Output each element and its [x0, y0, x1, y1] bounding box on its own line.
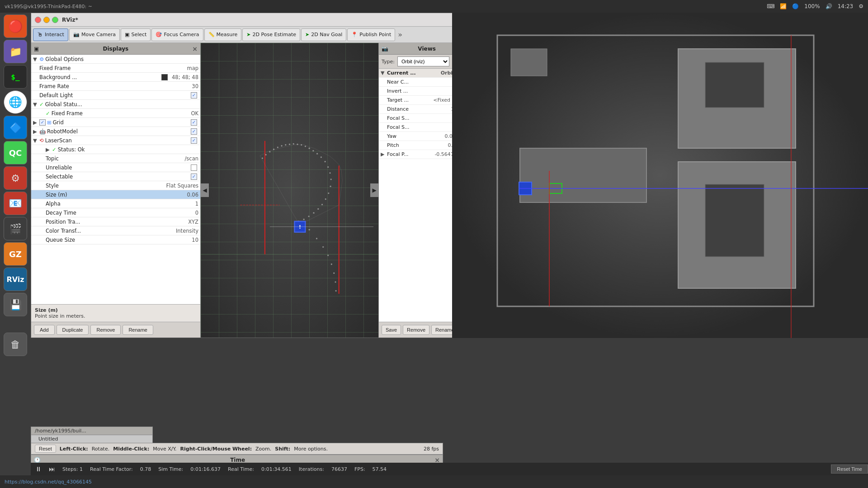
- step-button[interactable]: ⏭: [49, 465, 55, 473]
- settings-icon[interactable]: ⚙: [4, 166, 27, 190]
- steps-label: Steps: 1: [62, 466, 83, 472]
- measure-button[interactable]: 📏 Measure: [204, 28, 242, 41]
- remove-button[interactable]: Remove: [90, 325, 121, 335]
- displays-header: ▣ Displays ×: [31, 43, 200, 55]
- bottom-bar: https://blog.csdn.net/qq_43066145: [0, 475, 868, 488]
- select-button[interactable]: ▣ Select: [121, 28, 151, 41]
- global-options-row[interactable]: ▼ ⚙ Global Options: [31, 55, 200, 64]
- add-button[interactable]: Add: [34, 325, 55, 335]
- default-light-checkbox[interactable]: ✓: [191, 92, 197, 99]
- topic-label: Topic: [46, 155, 182, 162]
- shift-label: Shift:: [275, 446, 290, 452]
- topic-row[interactable]: Topic /scan: [31, 154, 200, 163]
- views-remove-button[interactable]: Remove: [403, 325, 429, 335]
- viewport-arrow-left[interactable]: ◀: [201, 183, 209, 197]
- grid-row[interactable]: ▶ ✓ ⊞ Grid ✓: [31, 118, 200, 127]
- focus-camera-button[interactable]: 🎯 Focus Camera: [151, 28, 203, 41]
- decay-time-row[interactable]: Decay Time 0: [31, 208, 200, 217]
- selectable-row[interactable]: Selectable ✓: [31, 172, 200, 181]
- pause-button[interactable]: ⏸: [35, 465, 42, 473]
- close-button[interactable]: [35, 17, 41, 23]
- storage-icon[interactable]: 💾: [4, 293, 27, 316]
- ubuntu-icon[interactable]: 🔴: [4, 14, 27, 38]
- alpha-row[interactable]: Alpha 1: [31, 199, 200, 208]
- status-fixed-frame-row[interactable]: ✓ Fixed Frame OK: [31, 109, 200, 118]
- file-item-untitled[interactable]: Untitled: [31, 435, 152, 443]
- robot-model-arrow[interactable]: ▶: [33, 128, 39, 135]
- topic-value: /scan: [182, 155, 198, 162]
- focal-p-arrow[interactable]: ▶: [381, 151, 387, 157]
- unreliable-row[interactable]: Unreliable: [31, 163, 200, 172]
- displays-tree[interactable]: ▼ ⚙ Global Options Fixed Frame map Backg…: [31, 55, 200, 304]
- video-icon[interactable]: 🎬: [4, 217, 27, 240]
- fixed-frame-row[interactable]: Fixed Frame map: [31, 64, 200, 73]
- grid-arrow[interactable]: ▶: [33, 119, 39, 126]
- grid-checkbox[interactable]: ✓: [39, 119, 46, 126]
- center-viewport[interactable]: ! ◀ ▶: [201, 43, 378, 338]
- trash-icon[interactable]: 🗑: [4, 333, 27, 356]
- selectable-checkbox[interactable]: ✓: [191, 174, 197, 180]
- reset-button[interactable]: Reset: [35, 445, 56, 453]
- right-3d-canvas[interactable]: [452, 13, 868, 338]
- type-select[interactable]: Orbit (rviz): [397, 56, 449, 66]
- move-camera-icon: 📷: [73, 32, 80, 38]
- pose-estimate-button[interactable]: ➤ 2D Pose Estimate: [242, 28, 300, 41]
- reset-time-button[interactable]: Reset Time: [831, 465, 868, 474]
- views-save-button[interactable]: Save: [382, 325, 401, 335]
- grid-enable-checkbox[interactable]: ✓: [191, 119, 197, 126]
- svg-point-18: [312, 150, 314, 151]
- laser-scan-checkbox[interactable]: ✓: [191, 137, 197, 144]
- laser-status-arrow[interactable]: ▶: [46, 146, 52, 153]
- color-row[interactable]: Color Transf... Intensity: [31, 226, 200, 235]
- frame-rate-row[interactable]: Frame Rate 30: [31, 82, 200, 91]
- interact-label: Interact: [45, 32, 64, 38]
- interact-button[interactable]: 🖱 Interact: [33, 28, 68, 41]
- chrome-icon[interactable]: 🌐: [4, 90, 27, 114]
- background-row[interactable]: Background ... 48; 48; 48: [31, 73, 200, 82]
- global-status-row[interactable]: ▼ ✓ Global Statu...: [31, 100, 200, 109]
- size-row[interactable]: Size (m) 0.06: [31, 190, 200, 199]
- unreliable-checkbox[interactable]: [191, 164, 197, 171]
- right-3d-viewport[interactable]: [452, 13, 868, 338]
- queue-row[interactable]: Queue Size 10: [31, 235, 200, 244]
- grid-label: Grid: [53, 119, 191, 126]
- minimize-button[interactable]: [43, 17, 50, 23]
- svg-point-28: [321, 204, 323, 205]
- style-value: Flat Squares: [164, 183, 199, 189]
- position-row[interactable]: Position Tra... XYZ: [31, 217, 200, 226]
- viewport-arrow-right[interactable]: ▶: [370, 183, 378, 197]
- laser-scan-row[interactable]: ▼ ⟲ LaserScan ✓: [31, 136, 200, 145]
- mail-icon[interactable]: 📧: [4, 192, 27, 215]
- qtcreator-icon[interactable]: QC: [4, 141, 27, 164]
- laser-status-row[interactable]: ▶ ✓ Status: Ok: [31, 145, 200, 154]
- robot-model-label: RobotModel: [47, 128, 191, 135]
- robot-model-row[interactable]: ▶ 🤖 RobotModel ✓: [31, 127, 200, 136]
- publish-point-button[interactable]: 📍 Publish Point: [347, 28, 395, 41]
- rviz-app-icon[interactable]: RViz: [4, 267, 27, 291]
- toolbar-more-button[interactable]: »: [396, 30, 404, 39]
- laser-scan-arrow[interactable]: ▼: [33, 137, 39, 144]
- sim-time-label: Sim Time:: [158, 466, 183, 472]
- decay-time-value: 0: [193, 210, 198, 216]
- robot-model-checkbox[interactable]: ✓: [191, 128, 197, 135]
- fps-sim-label: FPS:: [354, 466, 365, 472]
- focal-s1-label: Focal S...: [387, 115, 459, 121]
- displays-close-button[interactable]: ×: [192, 45, 198, 52]
- global-status-arrow[interactable]: ▼: [33, 101, 39, 108]
- rename-button[interactable]: Rename: [123, 325, 153, 335]
- status-hint-bar: Size (m) Point size in meters.: [31, 304, 200, 322]
- maximize-button[interactable]: [52, 17, 58, 23]
- svg-point-14: [297, 144, 298, 145]
- terminal-icon[interactable]: $_: [4, 65, 27, 89]
- style-row[interactable]: Style Flat Squares: [31, 181, 200, 190]
- nav-goal-button[interactable]: ➤ 2D Nav Goal: [301, 28, 346, 41]
- default-light-row[interactable]: Default Light ✓: [31, 91, 200, 100]
- current-arrow[interactable]: ▼: [381, 70, 387, 76]
- move-camera-button[interactable]: 📷 Move Camera: [69, 28, 120, 41]
- 3d-view[interactable]: ! ◀ ▶: [201, 43, 378, 338]
- gazebo-icon[interactable]: GZ: [4, 242, 27, 266]
- global-options-arrow[interactable]: ▼: [33, 56, 39, 62]
- files-icon[interactable]: 📁: [4, 40, 27, 63]
- vscode-icon[interactable]: 🔷: [4, 116, 27, 139]
- duplicate-button[interactable]: Duplicate: [57, 325, 89, 335]
